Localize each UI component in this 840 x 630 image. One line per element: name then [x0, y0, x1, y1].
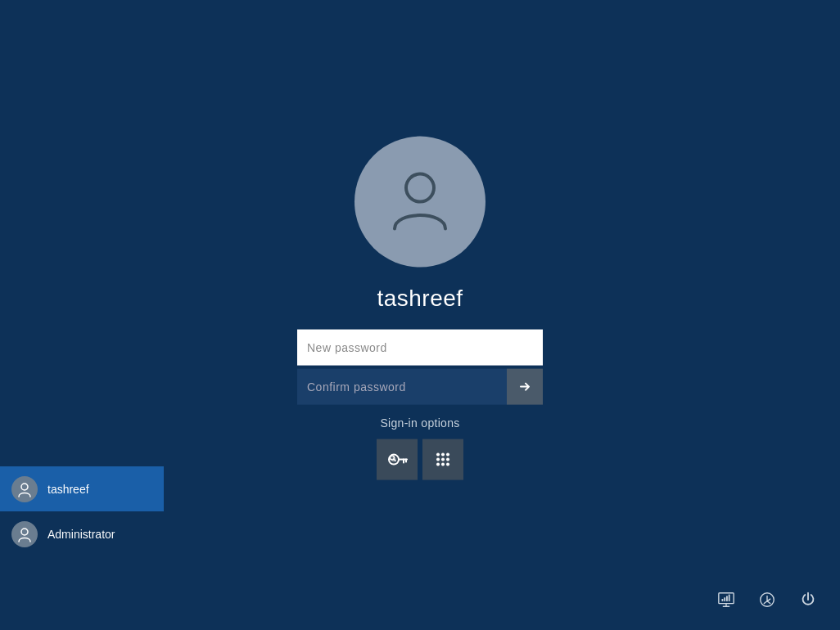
login-panel: tashreef Sign-in options — [281, 137, 559, 480]
new-password-input[interactable] — [297, 330, 543, 366]
svg-point-17 — [21, 484, 28, 490]
user-name-tashreef: tashreef — [47, 483, 89, 496]
user-list: tashreef Administrator — [0, 466, 164, 556]
user-item-administrator[interactable]: Administrator — [0, 511, 164, 556]
signin-options-row — [377, 439, 463, 480]
svg-rect-22 — [722, 599, 724, 601]
password-fields — [297, 330, 543, 405]
key-signin-button[interactable] — [377, 439, 418, 480]
avatar — [355, 137, 485, 268]
svg-point-10 — [446, 453, 449, 457]
svg-rect-25 — [729, 595, 730, 601]
system-icons — [714, 587, 820, 612]
power-button[interactable] — [796, 587, 820, 612]
svg-point-0 — [406, 174, 434, 202]
svg-rect-23 — [724, 597, 725, 601]
username-label: tashreef — [377, 286, 463, 312]
network-button[interactable] — [714, 587, 738, 612]
svg-point-11 — [436, 458, 440, 461]
user-avatar-small-administrator — [11, 521, 38, 547]
pin-signin-button[interactable] — [422, 439, 463, 480]
svg-point-18 — [21, 529, 28, 535]
accessibility-button[interactable] — [755, 587, 779, 612]
confirm-password-row — [297, 369, 543, 405]
svg-point-12 — [441, 458, 445, 461]
svg-rect-24 — [726, 596, 728, 601]
user-item-tashreef[interactable]: tashreef — [0, 466, 164, 511]
user-avatar-icon — [383, 164, 457, 241]
user-avatar-small-tashreef — [11, 476, 38, 502]
svg-point-8 — [436, 453, 440, 457]
confirm-password-input[interactable] — [297, 369, 507, 405]
submit-arrow-button[interactable] — [507, 369, 543, 405]
user-name-administrator: Administrator — [47, 528, 115, 541]
svg-point-9 — [441, 453, 445, 457]
svg-point-14 — [436, 463, 440, 466]
signin-options-label: Sign-in options — [380, 416, 459, 430]
svg-point-16 — [446, 463, 449, 466]
svg-point-13 — [446, 458, 449, 461]
svg-point-15 — [441, 463, 445, 466]
